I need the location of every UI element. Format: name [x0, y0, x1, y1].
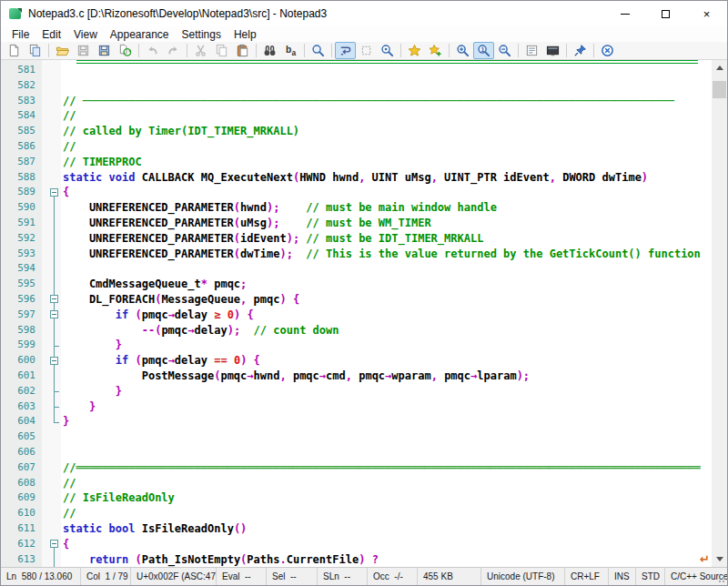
code-text[interactable]: UNREFERENCED_PARAMETER(uMsg); // must be… — [61, 216, 712, 231]
fold-cell[interactable] — [42, 292, 61, 308]
code-text[interactable]: // ─────────────────────────────────────… — [61, 94, 712, 109]
code-text[interactable]: { — [61, 185, 712, 200]
line-number[interactable]: 594 — [1, 261, 42, 277]
resize-grip[interactable] — [716, 574, 725, 583]
line-number[interactable]: 598 — [1, 323, 42, 338]
line-number[interactable]: 609 — [1, 490, 42, 506]
code-text[interactable] — [61, 261, 712, 277]
code-text[interactable]: DL_FOREACH(MessageQueue, pmqc) { — [61, 292, 712, 308]
new-file-button[interactable] — [4, 42, 25, 59]
code-text[interactable]: // — [61, 108, 712, 124]
code-text[interactable]: UNREFERENCED_PARAMETER(idEvent); // must… — [61, 231, 712, 247]
code-editor[interactable]: 581582583// ────────────────────────────… — [1, 60, 727, 567]
line-number[interactable]: 606 — [1, 445, 42, 460]
zoom-reset-button[interactable]: 1 — [473, 42, 494, 59]
close-button[interactable]: × — [686, 1, 727, 26]
status-encoding[interactable]: Unicode (UTF-8) — [481, 568, 565, 585]
replace-button[interactable]: ba — [280, 42, 301, 59]
menu-appearance[interactable]: Appearance — [104, 28, 176, 41]
code-text[interactable]: } — [61, 338, 712, 353]
open-new-window-button[interactable] — [25, 42, 46, 59]
code-text[interactable]: } — [61, 399, 712, 415]
line-number[interactable]: 605 — [1, 429, 42, 445]
line-number[interactable]: 595 — [1, 277, 42, 292]
add-favorite-button[interactable] — [425, 42, 446, 59]
console-view-button[interactable] — [542, 42, 563, 59]
code-text[interactable]: --(pmqc→delay); // count down — [61, 323, 712, 338]
status-eol-mode[interactable]: CR+LF — [565, 568, 609, 585]
status-line-position[interactable]: Ln 580 / 13.060 — [1, 568, 81, 585]
word-wrap-button[interactable] — [335, 42, 356, 59]
line-number[interactable]: 587 — [1, 155, 42, 170]
code-text[interactable]: } — [61, 384, 712, 399]
code-text[interactable]: // called by Timer(IDT_TIMER_MRKALL) — [61, 124, 712, 139]
line-number[interactable]: 601 — [1, 369, 42, 384]
scheme-config-button[interactable] — [521, 42, 542, 59]
status-occurrences[interactable]: Occ -/- — [368, 568, 418, 585]
zoom-button[interactable] — [308, 42, 329, 59]
line-number[interactable]: 604 — [1, 414, 42, 429]
maximize-button[interactable] — [645, 1, 686, 26]
code-text[interactable]: UNREFERENCED_PARAMETER(dwTime); // This … — [61, 247, 712, 262]
fold-cell[interactable] — [42, 353, 61, 369]
fold-collapse-box[interactable] — [50, 357, 58, 365]
scroll-down-arrow[interactable] — [712, 551, 727, 567]
code-text[interactable]: UNREFERENCED_PARAMETER(hwnd); // must be… — [61, 200, 712, 216]
line-number[interactable]: 589 — [1, 185, 42, 200]
menu-file[interactable]: File — [5, 28, 35, 41]
status-std-mode[interactable]: STD — [636, 568, 665, 585]
code-text[interactable]: static bool IsFileReadOnly() — [61, 521, 712, 537]
line-number[interactable]: 588 — [1, 170, 42, 186]
line-number[interactable]: 581 — [1, 63, 42, 78]
status-eval[interactable]: Eval -- — [217, 568, 267, 585]
zoom-in-button[interactable] — [452, 42, 473, 59]
zoom-out-button[interactable] — [494, 42, 515, 59]
reload-file-button[interactable] — [115, 42, 136, 59]
fold-cell[interactable] — [42, 185, 61, 200]
status-char-info[interactable]: U+0x002F (ASC:47) — [131, 568, 217, 585]
line-number[interactable]: 612 — [1, 537, 42, 552]
line-number[interactable]: 611 — [1, 521, 42, 537]
menu-edit[interactable]: Edit — [35, 28, 67, 41]
code-text[interactable]: // IsFileReadOnly — [61, 490, 712, 506]
fold-collapse-box[interactable] — [50, 188, 58, 197]
code-text[interactable]: static void CALLBACK MQ_ExecuteNext(HWND… — [61, 170, 712, 186]
line-number[interactable]: 590 — [1, 200, 42, 216]
fold-cell[interactable] — [42, 308, 61, 323]
line-number[interactable]: 599 — [1, 338, 42, 353]
exit-button[interactable] — [597, 42, 618, 59]
show-whitespace-button[interactable] — [356, 42, 377, 59]
save-as-button[interactable] — [94, 42, 115, 59]
line-number[interactable]: 592 — [1, 231, 42, 247]
code-text[interactable]: // — [61, 139, 712, 155]
always-on-top-button[interactable] — [570, 42, 591, 59]
line-number[interactable]: 613 — [1, 552, 42, 568]
status-column-position[interactable]: Col 1 / 79 — [81, 568, 131, 585]
line-number[interactable]: 584 — [1, 108, 42, 124]
favorites-button[interactable] — [404, 42, 425, 59]
code-text[interactable]: PostMessage(pmqc→hwnd, pmqc→cmd, pmqc→wp… — [61, 369, 712, 384]
code-text[interactable] — [61, 429, 712, 445]
code-text[interactable]: if (pmqc→delay == 0) { — [61, 353, 712, 369]
paste-button[interactable] — [232, 42, 253, 59]
line-number[interactable]: 603 — [1, 399, 42, 415]
code-text[interactable]: { — [61, 537, 712, 552]
code-text[interactable]: } — [61, 414, 712, 429]
find-button[interactable] — [259, 42, 280, 59]
line-number[interactable]: 610 — [1, 506, 42, 521]
fold-collapse-box[interactable] — [50, 310, 58, 318]
vertical-scrollbar[interactable] — [712, 60, 727, 567]
line-number[interactable]: 593 — [1, 247, 42, 262]
minimize-button[interactable] — [604, 1, 645, 26]
menu-settings[interactable]: Settings — [176, 28, 228, 41]
line-number[interactable]: 608 — [1, 476, 42, 491]
line-number[interactable]: 586 — [1, 139, 42, 155]
menu-help[interactable]: Help — [228, 28, 263, 41]
status-selected-lines[interactable]: SLn -- — [318, 568, 368, 585]
fold-collapse-box[interactable] — [50, 295, 58, 303]
scrollbar-thumb[interactable] — [713, 81, 726, 98]
code-text[interactable]: CmdMessageQueue_t* pmqc; — [61, 277, 712, 292]
line-number[interactable]: 582 — [1, 78, 42, 94]
line-number[interactable]: 585 — [1, 124, 42, 139]
code-text[interactable] — [61, 63, 712, 78]
